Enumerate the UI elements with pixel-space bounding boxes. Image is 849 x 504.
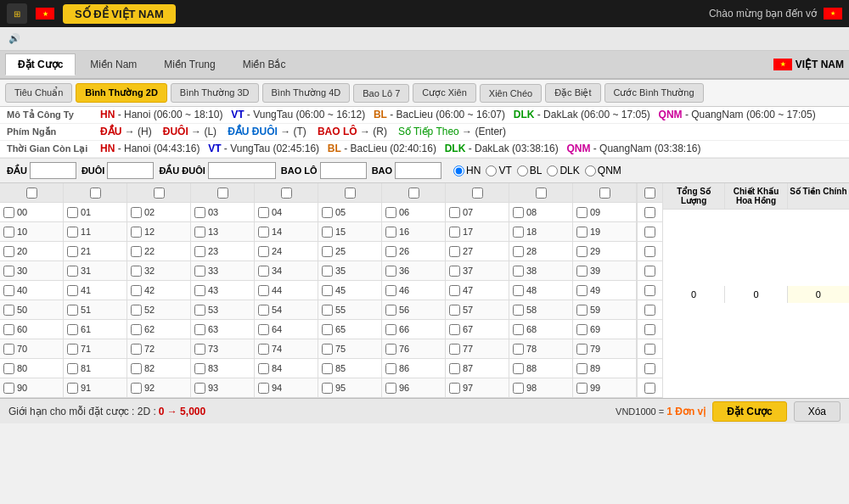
cb-28[interactable] [513, 246, 524, 257]
cb-44[interactable] [258, 285, 269, 296]
cb-71[interactable] [67, 344, 78, 355]
select-all-cb-5[interactable] [345, 188, 356, 199]
cb-57[interactable] [449, 305, 460, 316]
cb-07[interactable] [449, 207, 460, 218]
cb-83[interactable] [194, 363, 205, 374]
cb-76[interactable] [385, 344, 396, 355]
cb-54[interactable] [258, 305, 269, 316]
subtab-cuoc-binh-thuong[interactable]: Cước Bình Thường [604, 83, 704, 103]
row-cb-9[interactable] [644, 383, 655, 394]
cb-82[interactable] [131, 363, 142, 374]
row-cb-6[interactable] [644, 324, 655, 335]
select-all-cb-6[interactable] [408, 188, 419, 199]
cb-52[interactable] [131, 305, 142, 316]
cb-97[interactable] [449, 383, 460, 394]
subtab-bao-lo-7[interactable]: Bao Lô 7 [353, 84, 409, 103]
cb-98[interactable] [513, 383, 524, 394]
btn-xoa[interactable]: Xóa [794, 401, 841, 422]
row-cb-4[interactable] [644, 285, 655, 296]
cb-41[interactable] [67, 285, 78, 296]
cb-68[interactable] [513, 324, 524, 335]
cb-61[interactable] [67, 324, 78, 335]
cb-81[interactable] [67, 363, 78, 374]
row-cb-8[interactable] [644, 363, 655, 374]
cb-23[interactable] [194, 246, 205, 257]
cb-47[interactable] [449, 285, 460, 296]
cb-75[interactable] [322, 344, 333, 355]
cb-59[interactable] [576, 305, 588, 316]
cb-27[interactable] [449, 246, 460, 257]
cb-32[interactable] [131, 266, 142, 277]
cb-01[interactable] [67, 207, 78, 218]
bao-lo-input[interactable] [320, 162, 367, 179]
radio-dlk[interactable]: DLK [547, 165, 579, 176]
cb-50[interactable] [3, 305, 14, 316]
cb-00[interactable] [3, 207, 14, 218]
select-all-cb-7[interactable] [472, 188, 483, 199]
cb-94[interactable] [258, 383, 269, 394]
cb-55[interactable] [322, 305, 333, 316]
cb-34[interactable] [258, 266, 269, 277]
cb-18[interactable] [513, 227, 524, 238]
cb-74[interactable] [258, 344, 269, 355]
row-cb-2[interactable] [644, 246, 655, 257]
cb-03[interactable] [194, 207, 205, 218]
select-all-cb-1[interactable] [90, 188, 101, 199]
radio-vt[interactable]: VT [486, 165, 511, 176]
cb-91[interactable] [67, 383, 78, 394]
cb-13[interactable] [194, 227, 205, 238]
cb-19[interactable] [576, 227, 588, 238]
select-all-cb-2[interactable] [154, 188, 165, 199]
cb-95[interactable] [322, 383, 333, 394]
cb-10[interactable] [3, 227, 14, 238]
cb-72[interactable] [131, 344, 142, 355]
duoi-input[interactable] [107, 162, 154, 179]
cb-87[interactable] [449, 363, 460, 374]
radio-qnm[interactable]: QNM [585, 165, 621, 176]
radio-hn[interactable]: HN [453, 165, 481, 176]
cb-60[interactable] [3, 324, 14, 335]
cb-24[interactable] [258, 246, 269, 257]
subtab-binh-thuong-4d[interactable]: Bình Thường 4D [262, 83, 351, 103]
cb-21[interactable] [67, 246, 78, 257]
cb-38[interactable] [513, 266, 524, 277]
cb-92[interactable] [131, 383, 142, 394]
cb-86[interactable] [385, 363, 396, 374]
cb-45[interactable] [322, 285, 333, 296]
cb-99[interactable] [576, 383, 588, 394]
radio-bl[interactable]: BL [517, 165, 543, 176]
cb-51[interactable] [67, 305, 78, 316]
cb-08[interactable] [513, 207, 524, 218]
cb-20[interactable] [3, 246, 14, 257]
cb-40[interactable] [3, 285, 14, 296]
cb-17[interactable] [449, 227, 460, 238]
cb-49[interactable] [576, 285, 588, 296]
cb-02[interactable] [131, 207, 142, 218]
select-all-cb-9[interactable] [599, 188, 610, 199]
cb-63[interactable] [194, 324, 205, 335]
row-cb-0[interactable] [644, 207, 655, 218]
cb-79[interactable] [576, 344, 588, 355]
row-cb-1[interactable] [644, 227, 655, 238]
row-cb-5[interactable] [644, 305, 655, 316]
cb-37[interactable] [449, 266, 460, 277]
tab-dat-cuoc[interactable]: Đặt Cược [5, 53, 76, 76]
subtab-binh-thuong-2d[interactable]: Bình Thường 2D [76, 83, 167, 103]
cb-42[interactable] [131, 285, 142, 296]
select-all-cb-extra[interactable] [644, 188, 655, 199]
bao-input[interactable] [395, 162, 441, 179]
tab-mien-bac[interactable]: Miền Bắc [230, 53, 299, 76]
dau-input[interactable] [30, 162, 76, 179]
tab-mien-trung[interactable]: Miền Trung [151, 53, 228, 76]
cb-88[interactable] [513, 363, 524, 374]
cb-78[interactable] [513, 344, 524, 355]
cb-26[interactable] [385, 246, 396, 257]
cb-89[interactable] [576, 363, 588, 374]
row-cb-3[interactable] [644, 266, 655, 277]
cb-35[interactable] [322, 266, 333, 277]
cb-46[interactable] [385, 285, 396, 296]
dau-duoi-input[interactable] [208, 162, 276, 179]
cb-04[interactable] [258, 207, 269, 218]
cb-48[interactable] [513, 285, 524, 296]
cb-96[interactable] [385, 383, 396, 394]
